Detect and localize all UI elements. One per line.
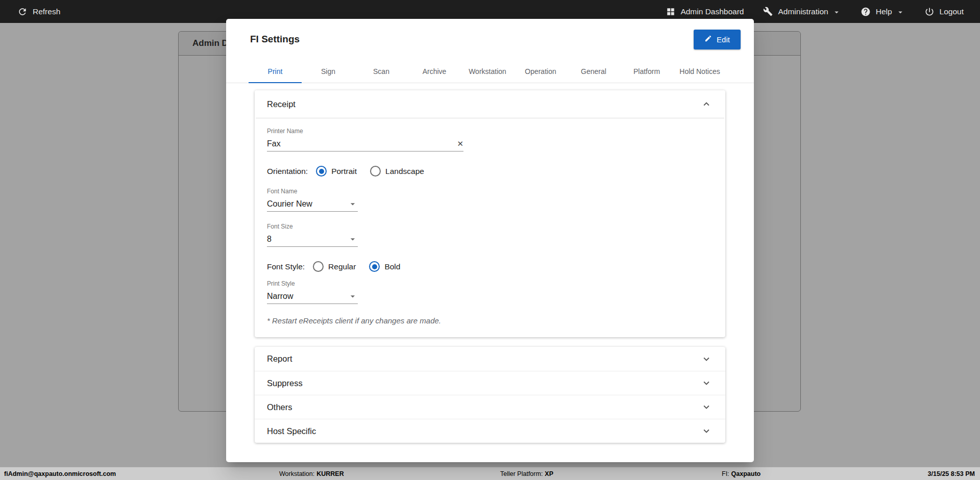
pencil-icon	[704, 35, 712, 44]
chevron-down-icon	[348, 291, 358, 301]
font-style-label: Font Style:	[267, 262, 305, 271]
edit-button[interactable]: Edit	[694, 30, 741, 49]
host-specific-panel-title: Host Specific	[267, 426, 316, 436]
dialog-title: FI Settings	[250, 34, 300, 45]
administration-menu[interactable]: Administration	[763, 6, 841, 17]
teller-platform-label: Teller Platform:	[500, 470, 543, 477]
tab-hold-notices[interactable]: Hold Notices	[673, 60, 726, 83]
print-style-select[interactable]: Narrow	[267, 289, 358, 304]
user-email: fiAdmin@qaxpauto.onmicrosoft.com	[4, 470, 116, 477]
font-name-field: Font Name Courier New	[267, 188, 713, 212]
tab-operation[interactable]: Operation	[514, 60, 567, 83]
print-style-label: Print Style	[267, 280, 713, 287]
logout-button[interactable]: Logout	[924, 7, 964, 17]
chevron-up-icon	[701, 98, 712, 110]
font-size-select[interactable]: 8	[267, 232, 358, 247]
chevron-down-icon	[701, 353, 712, 365]
help-label: Help	[876, 7, 892, 16]
receipt-panel: Receipt Printer Name ✕	[255, 90, 725, 337]
radio-bold-label: Bold	[384, 262, 400, 271]
radio-bold[interactable]: Bold	[369, 261, 400, 272]
dashboard-icon	[666, 7, 675, 16]
radio-regular[interactable]: Regular	[313, 261, 356, 272]
collapsed-panels: Report Suppress Others	[255, 347, 725, 443]
host-specific-panel-header[interactable]: Host Specific	[255, 419, 725, 443]
clear-icon[interactable]: ✕	[453, 140, 463, 147]
printer-name-field: Printer Name ✕	[267, 128, 713, 151]
receipt-panel-header[interactable]: Receipt	[255, 90, 725, 118]
radio-regular-label: Regular	[328, 262, 356, 271]
tab-scan[interactable]: Scan	[355, 60, 408, 83]
chevron-down-icon	[832, 8, 841, 17]
tab-sign[interactable]: Sign	[302, 60, 355, 83]
settings-tabs: Print Sign Scan Archive Workstation Oper…	[226, 60, 754, 83]
chevron-down-icon	[348, 234, 358, 244]
workstation-label: Workstation:	[279, 470, 314, 477]
printer-name-label: Printer Name	[267, 128, 713, 135]
teller-platform-value: XP	[545, 470, 553, 477]
radio-landscape-label: Landscape	[385, 167, 424, 176]
orientation-field: Orientation: Portrait Landscape	[267, 166, 713, 176]
workstation-status: Workstation:KURRER	[279, 470, 344, 477]
print-style-field: Print Style Narrow	[267, 280, 713, 304]
chevron-down-icon	[701, 425, 712, 437]
refresh-button[interactable]: Refresh	[17, 7, 60, 17]
font-size-label: Font Size	[267, 223, 713, 230]
print-style-value: Narrow	[267, 292, 293, 301]
tab-workstation[interactable]: Workstation	[461, 60, 514, 83]
radio-circle	[316, 166, 327, 176]
font-name-select[interactable]: Courier New	[267, 196, 358, 212]
datetime: 3/15/25 8:53 PM	[928, 470, 975, 477]
font-name-label: Font Name	[267, 188, 713, 195]
chevron-down-icon	[701, 401, 712, 413]
tab-general[interactable]: General	[567, 60, 620, 83]
radio-circle	[313, 261, 324, 272]
receipt-panel-body: Printer Name ✕ Orientation: Portrait	[255, 118, 725, 337]
fi-settings-dialog: FI Settings Edit Print Sign Scan Archive…	[226, 19, 754, 462]
help-menu[interactable]: Help	[861, 6, 905, 17]
radio-circle	[369, 261, 380, 272]
dialog-header: FI Settings Edit	[226, 19, 754, 60]
receipt-panel-title: Receipt	[267, 99, 296, 109]
report-panel-header[interactable]: Report	[255, 347, 725, 371]
radio-circle	[370, 166, 381, 176]
radio-landscape[interactable]: Landscape	[370, 166, 424, 176]
report-panel-title: Report	[267, 354, 292, 364]
font-style-field: Font Style: Regular Bold	[267, 261, 713, 272]
fi-value: Qaxpauto	[731, 470, 761, 477]
edit-button-label: Edit	[717, 35, 730, 44]
radio-portrait[interactable]: Portrait	[316, 166, 357, 176]
tab-archive[interactable]: Archive	[408, 60, 461, 83]
others-panel-title: Others	[267, 402, 292, 412]
admin-dashboard-label: Admin Dashboard	[680, 7, 744, 16]
status-bar: fiAdmin@qaxpauto.onmicrosoft.com Worksta…	[0, 467, 980, 480]
logout-label: Logout	[940, 7, 964, 16]
teller-platform-status: Teller Platform:XP	[500, 470, 553, 477]
screen: Refresh Admin Dashboard Administration	[0, 0, 980, 480]
administration-label: Administration	[778, 7, 828, 16]
help-icon	[861, 7, 871, 17]
printer-name-input[interactable]	[267, 139, 453, 148]
orientation-label: Orientation:	[267, 167, 308, 176]
suppress-panel-header[interactable]: Suppress	[255, 371, 725, 395]
font-size-value: 8	[267, 235, 272, 244]
suppress-panel-title: Suppress	[267, 378, 303, 388]
power-icon	[924, 7, 935, 17]
chevron-down-icon	[701, 377, 712, 389]
dialog-content: Receipt Printer Name ✕	[226, 83, 754, 462]
tab-platform[interactable]: Platform	[620, 60, 673, 83]
chevron-down-icon	[348, 199, 358, 209]
refresh-icon	[17, 7, 28, 17]
wrench-icon	[763, 7, 773, 16]
tab-print[interactable]: Print	[249, 60, 302, 83]
others-panel-header[interactable]: Others	[255, 395, 725, 419]
font-name-value: Courier New	[267, 199, 312, 209]
fi-status: FI:Qaxpauto	[722, 470, 761, 477]
admin-dashboard-button[interactable]: Admin Dashboard	[666, 7, 744, 16]
restart-note: * Restart eReceipts client if any change…	[267, 316, 713, 325]
workstation-value: KURRER	[316, 470, 344, 477]
fi-label: FI:	[722, 470, 729, 477]
radio-portrait-label: Portrait	[331, 167, 357, 176]
chevron-down-icon	[896, 8, 905, 17]
refresh-label: Refresh	[33, 7, 60, 16]
